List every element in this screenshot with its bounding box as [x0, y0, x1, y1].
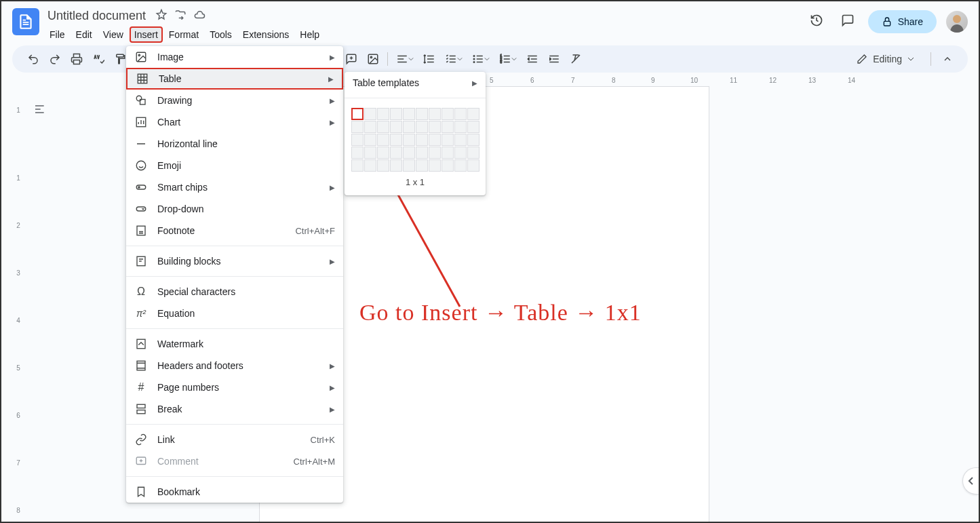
- move-icon[interactable]: [174, 9, 187, 24]
- menu-format[interactable]: Format: [164, 26, 203, 43]
- table-grid-cell[interactable]: [390, 134, 402, 146]
- menu-view[interactable]: View: [98, 26, 128, 43]
- insert-horizontal-line-item[interactable]: Horizontal line: [126, 133, 343, 155]
- insert-image-button[interactable]: [363, 50, 383, 69]
- table-grid-cell[interactable]: [377, 121, 389, 133]
- print-button[interactable]: [66, 50, 87, 69]
- insert-table-item[interactable]: Table ▶: [126, 68, 343, 90]
- table-grid-cell[interactable]: [364, 121, 376, 133]
- table-grid-cell[interactable]: [377, 159, 389, 172]
- table-grid-cell[interactable]: [467, 121, 479, 133]
- account-avatar[interactable]: [946, 11, 968, 33]
- bulleted-list-button[interactable]: [468, 50, 494, 69]
- table-grid-cell[interactable]: [351, 121, 364, 133]
- menu-help[interactable]: Help: [295, 26, 324, 43]
- table-grid-cell[interactable]: [429, 121, 441, 133]
- share-button[interactable]: Share: [868, 10, 937, 33]
- table-grid-cell[interactable]: [390, 108, 402, 120]
- insert-drawing-item[interactable]: Drawing ▶: [126, 90, 343, 111]
- spellcheck-button[interactable]: [88, 50, 109, 69]
- document-title[interactable]: Untitled document: [45, 8, 149, 24]
- clear-formatting-button[interactable]: [566, 50, 586, 69]
- docs-logo[interactable]: [12, 8, 39, 35]
- insert-bookmark-item[interactable]: Bookmark: [126, 481, 343, 503]
- insert-equation-item[interactable]: π² Equation: [126, 303, 343, 324]
- table-grid-cell[interactable]: [377, 108, 389, 120]
- history-icon[interactable]: [806, 9, 827, 34]
- menu-file[interactable]: File: [45, 26, 70, 43]
- table-grid-cell[interactable]: [390, 147, 402, 159]
- table-grid-cell[interactable]: [364, 147, 376, 159]
- table-grid-cell[interactable]: [390, 121, 402, 133]
- editing-mode-button[interactable]: Editing: [850, 50, 921, 69]
- table-grid-cell[interactable]: [403, 108, 415, 120]
- table-grid-cell[interactable]: [416, 147, 428, 159]
- menu-insert[interactable]: Insert: [130, 26, 163, 43]
- menu-tools[interactable]: Tools: [205, 26, 237, 43]
- table-grid-cell[interactable]: [429, 134, 441, 146]
- table-grid-cell[interactable]: [442, 147, 454, 159]
- comments-icon[interactable]: [837, 9, 859, 34]
- table-grid-cell[interactable]: [454, 108, 467, 120]
- star-icon[interactable]: [155, 9, 168, 24]
- insert-emoji-item[interactable]: Emoji: [126, 155, 343, 176]
- cloud-status-icon[interactable]: [193, 9, 205, 24]
- table-grid-cell[interactable]: [377, 147, 389, 159]
- table-grid-cell[interactable]: [454, 147, 467, 159]
- table-grid-cell[interactable]: [429, 147, 441, 159]
- table-size-grid[interactable]: [345, 102, 486, 174]
- insert-image-item[interactable]: Image ▶: [126, 46, 343, 68]
- insert-headers-footers-item[interactable]: Headers and footers ▶: [126, 355, 343, 376]
- table-grid-cell[interactable]: [364, 134, 376, 146]
- table-grid-cell[interactable]: [416, 134, 428, 146]
- insert-chart-item[interactable]: Chart ▶: [126, 111, 343, 133]
- insert-footnote-item[interactable]: Footnote Ctrl+Alt+F: [126, 220, 343, 241]
- table-grid-cell[interactable]: [416, 159, 428, 172]
- table-grid-cell[interactable]: [454, 134, 467, 146]
- insert-break-item[interactable]: Break ▶: [126, 398, 343, 420]
- insert-link-item[interactable]: Link Ctrl+K: [126, 429, 343, 450]
- table-grid-cell[interactable]: [429, 108, 441, 120]
- table-grid-cell[interactable]: [467, 134, 479, 146]
- table-grid-cell[interactable]: [467, 159, 479, 172]
- table-grid-cell[interactable]: [416, 108, 428, 120]
- table-grid-cell[interactable]: [416, 121, 428, 133]
- table-grid-cell[interactable]: [467, 147, 479, 159]
- table-grid-cell[interactable]: [442, 108, 454, 120]
- table-grid-cell[interactable]: [442, 134, 454, 146]
- table-grid-cell[interactable]: [454, 159, 467, 172]
- table-grid-cell[interactable]: [351, 159, 364, 172]
- insert-building-blocks-item[interactable]: Building blocks ▶: [126, 250, 343, 272]
- insert-dropdown-item[interactable]: Drop-down: [126, 198, 343, 220]
- redo-button[interactable]: [45, 50, 65, 69]
- table-grid-cell[interactable]: [403, 147, 415, 159]
- table-grid-cell[interactable]: [377, 134, 389, 146]
- undo-button[interactable]: [23, 50, 43, 69]
- table-grid-cell[interactable]: [442, 121, 454, 133]
- table-templates-item[interactable]: Table templates ▶: [345, 72, 486, 94]
- table-grid-cell[interactable]: [403, 121, 415, 133]
- table-grid-cell[interactable]: [454, 121, 467, 133]
- checklist-button[interactable]: [441, 50, 467, 69]
- numbered-list-button[interactable]: 123: [495, 50, 521, 69]
- table-grid-cell[interactable]: [351, 147, 364, 159]
- table-grid-cell[interactable]: [351, 108, 364, 120]
- table-grid-cell[interactable]: [364, 108, 376, 120]
- line-spacing-button[interactable]: [419, 50, 439, 69]
- table-grid-cell[interactable]: [351, 134, 364, 146]
- table-grid-cell[interactable]: [390, 159, 402, 172]
- insert-comment-button[interactable]: [341, 50, 361, 69]
- increase-indent-button[interactable]: [544, 50, 564, 69]
- align-button[interactable]: [392, 50, 418, 69]
- insert-special-chars-item[interactable]: Ω Special characters: [126, 281, 343, 303]
- table-grid-cell[interactable]: [429, 159, 441, 172]
- table-grid-cell[interactable]: [467, 108, 479, 120]
- table-grid-cell[interactable]: [403, 159, 415, 172]
- table-grid-cell[interactable]: [403, 134, 415, 146]
- menu-edit[interactable]: Edit: [71, 26, 97, 43]
- insert-watermark-item[interactable]: Watermark: [126, 333, 343, 355]
- collapse-toolbar-button[interactable]: [938, 50, 957, 69]
- table-grid-cell[interactable]: [442, 159, 454, 172]
- decrease-indent-button[interactable]: [522, 50, 543, 69]
- menu-extensions[interactable]: Extensions: [238, 26, 294, 43]
